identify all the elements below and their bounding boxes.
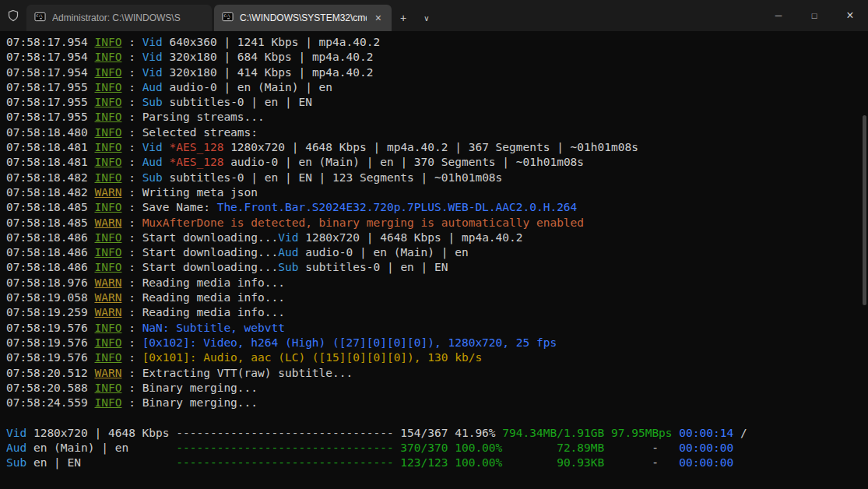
log-line: 07:58:20.512 WARN : Extracting VTT(raw) … — [6, 366, 868, 381]
log-line: 07:58:18.486 INFO : Start downloading...… — [6, 260, 868, 275]
log-line: 07:58:18.482 WARN : Writing meta json — [6, 185, 868, 200]
svg-text:C:\: C:\ — [223, 14, 230, 18]
log-line: 07:58:17.954 INFO : Vid 640x360 | 1241 K… — [6, 35, 868, 50]
tab-close-icon[interactable]: × — [373, 12, 384, 23]
log-level-info: INFO — [95, 322, 122, 334]
maximize-button[interactable]: □ — [796, 0, 832, 31]
log-level-info: INFO — [95, 126, 122, 139]
log-line: 07:58:20.588 INFO : Binary merging... — [6, 381, 868, 396]
svg-text:C:\: C:\ — [36, 14, 43, 18]
progress-line-subtitle: Sub en | EN ----------------------------… — [6, 456, 868, 470]
progress-line-video: Vid 1280x720 | 4648 Kbps ---------------… — [6, 426, 868, 441]
log-level-info: INFO — [95, 231, 122, 244]
log-level-info: INFO — [95, 171, 122, 184]
terminal-output[interactable]: 07:58:17.954 INFO : Vid 640x360 | 1241 K… — [0, 31, 868, 471]
log-level-info: INFO — [95, 396, 122, 409]
titlebar: C:\ Administrator: C:\WINDOWS\S C:\ C:\W… — [0, 0, 868, 31]
log-line: 07:58:18.482 INFO : Sub subtitles-0 | en… — [6, 171, 868, 185]
tab-title: Administrator: C:\WINDOWS\S — [52, 12, 204, 23]
log-line: 07:58:19.058 WARN : Reading media info..… — [6, 290, 868, 305]
log-line: 07:58:19.576 INFO : [0x101]: Audio, aac … — [6, 350, 868, 365]
log-level-info: INFO — [95, 201, 122, 213]
log-level-info: INFO — [95, 81, 122, 93]
scrollbar-thumb[interactable] — [863, 115, 866, 305]
log-line: 07:58:19.576 INFO : NaN: Subtitle, webvt… — [6, 321, 868, 336]
tab-title: C:\WINDOWS\SYSTEM32\cmd — [240, 12, 367, 23]
log-line: 07:58:18.481 INFO : Aud *AES_128 audio-0… — [6, 155, 868, 170]
log-level-info: INFO — [95, 382, 122, 394]
log-line: 07:58:18.481 INFO : Vid *AES_128 1280x72… — [6, 140, 868, 155]
log-level-info: INFO — [95, 156, 122, 168]
tab-dropdown-button[interactable]: ∨ — [415, 5, 438, 31]
cmd-icon: C:\ — [34, 11, 46, 25]
log-line: 07:58:18.480 INFO : Selected streams: — [6, 125, 868, 140]
log-line: 07:58:19.259 WARN : Reading media info..… — [6, 305, 868, 320]
tab-cmd-active[interactable]: C:\ C:\WINDOWS\SYSTEM32\cmd × — [214, 5, 392, 31]
log-line: 07:58:18.486 INFO : Start downloading...… — [6, 245, 868, 260]
log-line: 07:58:17.954 INFO : Vid 320x180 | 414 Kb… — [6, 65, 868, 80]
close-button[interactable]: × — [832, 0, 868, 31]
admin-shield-icon — [0, 0, 26, 31]
log-level-warn: WARN — [95, 306, 122, 318]
log-line: 07:58:18.485 WARN : MuxAfterDone is dete… — [6, 216, 868, 230]
log-line: 07:58:24.559 INFO : Binary merging... — [6, 396, 868, 410]
log-line: 07:58:17.955 INFO : Sub subtitles-0 | en… — [6, 95, 868, 110]
log-line: 07:58:17.955 INFO : Parsing streams... — [6, 110, 868, 125]
log-line: 07:58:18.486 INFO : Start downloading...… — [6, 230, 868, 245]
log-level-warn: WARN — [95, 367, 122, 379]
log-level-info: INFO — [95, 66, 122, 79]
log-level-info: INFO — [95, 36, 122, 48]
log-level-info: INFO — [95, 246, 122, 259]
log-level-info: INFO — [95, 336, 122, 349]
new-tab-button[interactable]: + — [392, 5, 415, 31]
log-level-info: INFO — [95, 96, 122, 108]
log-line: 07:58:17.954 INFO : Vid 320x180 | 684 Kb… — [6, 50, 868, 65]
tab-administrator-cmd[interactable]: C:\ Administrator: C:\WINDOWS\S — [26, 5, 212, 31]
log-level-warn: WARN — [95, 291, 122, 304]
log-line: 07:58:19.576 INFO : [0x102]: Video, h264… — [6, 336, 868, 350]
progress-line-audio: Aud en (Main) | en ---------------------… — [6, 441, 868, 456]
terminal-window: C:\ Administrator: C:\WINDOWS\S C:\ C:\W… — [0, 0, 868, 489]
log-level-info: INFO — [95, 111, 122, 123]
log-level-warn: WARN — [95, 216, 122, 229]
log-output: 07:58:17.954 INFO : Vid 640x360 | 1241 K… — [6, 35, 868, 410]
log-level-warn: WARN — [95, 276, 122, 289]
log-level-info: INFO — [95, 51, 122, 63]
log-level-info: INFO — [95, 261, 122, 273]
log-level-warn: WARN — [95, 186, 122, 199]
log-level-info: INFO — [95, 351, 122, 364]
log-line: 07:58:18.485 INFO : Save Name: The.Front… — [6, 200, 868, 215]
cmd-icon: C:\ — [222, 11, 234, 25]
log-line: 07:58:18.976 WARN : Reading media info..… — [6, 276, 868, 290]
progress-output: Vid 1280x720 | 4648 Kbps ---------------… — [6, 426, 868, 471]
log-level-info: INFO — [95, 141, 122, 153]
log-line: 07:58:17.955 INFO : Aud audio-0 | en (Ma… — [6, 80, 868, 95]
titlebar-drag-region — [438, 0, 761, 31]
minimize-button[interactable]: ─ — [761, 0, 796, 31]
blank-line — [6, 410, 868, 425]
